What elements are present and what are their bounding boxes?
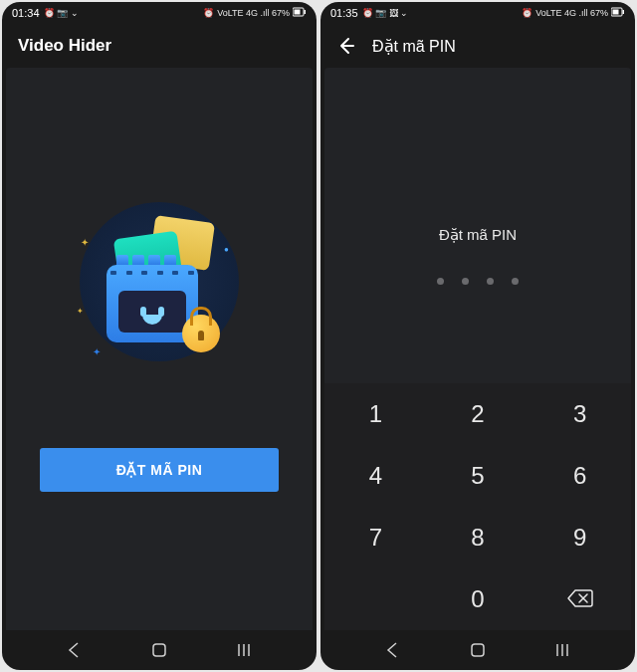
key-9[interactable]: 9 xyxy=(529,507,631,568)
header-title: Đặt mã PIN xyxy=(372,37,456,56)
welcome-illustration: ✦ ● ✦ ✦ xyxy=(75,197,244,366)
app-bar: Đặt mã PIN xyxy=(320,24,635,68)
nav-back-button[interactable] xyxy=(55,641,95,659)
numeric-keypad: 1 2 3 4 5 6 7 8 9 0 xyxy=(324,383,631,630)
key-7[interactable]: 7 xyxy=(324,507,427,568)
pin-dot xyxy=(462,278,469,285)
sparkle-icon: ✦ xyxy=(77,307,84,316)
nav-recents-button[interactable] xyxy=(224,641,264,659)
network-status: VoLTE 4G .ıll 67% xyxy=(535,8,608,18)
pin-dot xyxy=(437,278,444,285)
network-status: VoLTE 4G .ıll 67% xyxy=(217,8,290,18)
key-4[interactable]: 4 xyxy=(324,445,427,507)
pin-dot xyxy=(512,278,519,285)
android-nav-bar xyxy=(2,630,317,670)
status-time: 01:34 xyxy=(12,7,40,19)
status-left-icons: ⏰ 📷 ⌄ xyxy=(44,8,79,18)
nav-back-button[interactable] xyxy=(373,641,413,659)
app-bar: Video Hider xyxy=(2,24,317,68)
status-time: 01:35 xyxy=(330,7,358,19)
nav-recents-button[interactable] xyxy=(542,641,582,659)
app-title: Video Hider xyxy=(18,36,111,56)
alarm-icon: ⏰ xyxy=(522,8,532,18)
android-nav-bar xyxy=(320,630,635,670)
battery-67-icon xyxy=(293,7,307,19)
welcome-body: ✦ ● ✦ ✦ ĐẶT MÃ PIN xyxy=(6,68,313,630)
key-3[interactable]: 3 xyxy=(529,383,631,445)
svg-rect-8 xyxy=(613,10,619,15)
svg-rect-9 xyxy=(623,10,625,14)
pin-dot xyxy=(487,278,494,285)
back-button[interactable] xyxy=(336,36,356,56)
nav-home-button[interactable] xyxy=(458,641,498,659)
battery-67-icon xyxy=(611,7,625,19)
welcome-screen: 01:34 ⏰ 📷 ⌄ ⏰ VoLTE 4G .ıll 67% Video Hi… xyxy=(2,2,317,670)
pin-dots xyxy=(437,278,519,285)
key-1[interactable]: 1 xyxy=(324,383,427,445)
nav-home-button[interactable] xyxy=(139,641,179,659)
key-2[interactable]: 2 xyxy=(427,383,530,445)
lock-icon xyxy=(182,315,220,352)
key-8[interactable]: 8 xyxy=(427,507,530,568)
key-0[interactable]: 0 xyxy=(427,568,530,630)
svg-rect-1 xyxy=(295,10,301,15)
backspace-icon xyxy=(567,585,593,612)
svg-rect-3 xyxy=(153,644,165,656)
sparkle-icon: ✦ xyxy=(81,237,89,248)
alarm-icon: ⏰ xyxy=(203,8,214,18)
svg-rect-2 xyxy=(305,10,307,14)
set-pin-button[interactable]: ĐẶT MÃ PIN xyxy=(40,448,279,492)
pin-body: Đặt mã PIN 1 2 3 4 5 6 7 8 9 0 xyxy=(324,68,631,630)
pin-entry-screen: 01:35 ⏰ 📷 🖼 ⌄ ⏰ VoLTE 4G .ıll 67% Đặt mã… xyxy=(320,2,635,670)
sparkle-icon: ● xyxy=(224,245,229,254)
key-5[interactable]: 5 xyxy=(427,445,530,507)
status-bar: 01:35 ⏰ 📷 🖼 ⌄ ⏰ VoLTE 4G .ıll 67% xyxy=(320,2,635,24)
status-left-icons: ⏰ 📷 🖼 ⌄ xyxy=(362,8,409,18)
key-blank xyxy=(324,568,427,630)
pin-prompt-label: Đặt mã PIN xyxy=(439,226,517,244)
sparkle-icon: ✦ xyxy=(93,346,101,357)
key-backspace[interactable] xyxy=(529,568,631,630)
status-bar: 01:34 ⏰ 📷 ⌄ ⏰ VoLTE 4G .ıll 67% xyxy=(2,2,317,24)
svg-rect-10 xyxy=(472,644,484,656)
key-6[interactable]: 6 xyxy=(529,445,631,507)
